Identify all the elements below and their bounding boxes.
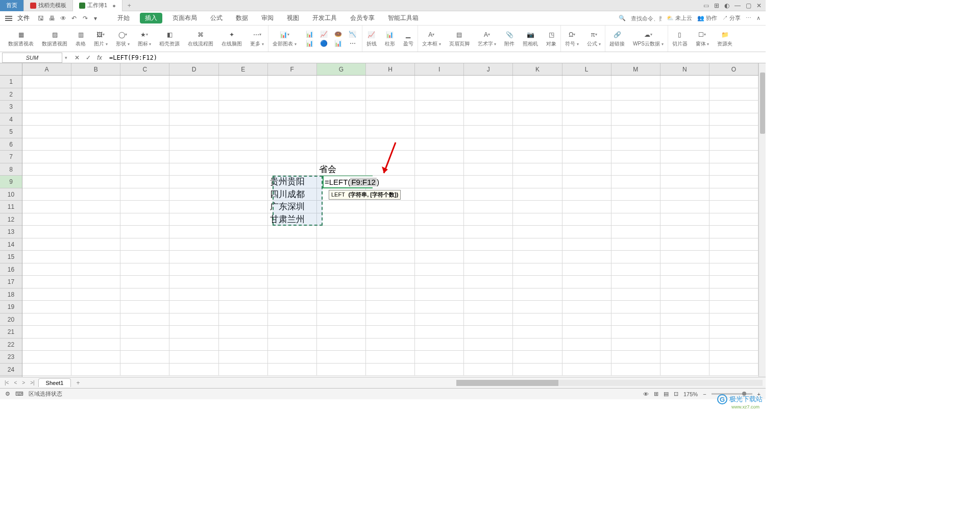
collapse-ribbon-icon[interactable]: ⋯ [746,15,751,21]
cell-O4[interactable] [709,113,758,126]
cell-N15[interactable] [660,251,709,263]
cell-C18[interactable] [120,288,169,301]
cell-I7[interactable] [415,151,464,163]
cell-F19[interactable] [268,301,317,313]
ribbon-chartset[interactable]: 📊📈🍩📉📊🔵📊⋯ [301,26,362,52]
cell-G12[interactable] [317,213,366,226]
cell-L11[interactable] [562,201,611,213]
cell-G22[interactable] [317,339,366,351]
cell-F6[interactable] [268,138,317,151]
cell-F14[interactable] [268,238,317,251]
cell-O13[interactable] [709,226,758,238]
cell-N21[interactable] [660,326,709,339]
cell-C1[interactable] [120,76,169,88]
cell-I3[interactable] [415,101,464,113]
sheet-nav-last-icon[interactable]: >| [29,380,36,385]
ribbon-hyperlink[interactable]: 🔗超链接 [605,26,629,52]
cell-D13[interactable] [169,226,218,238]
ribbon-attach[interactable]: 📎附件 [500,26,519,52]
cell-O11[interactable] [709,201,758,213]
cell-C10[interactable] [120,188,169,201]
cell-J15[interactable] [464,251,513,263]
view-eye-icon[interactable]: 👁 [643,391,649,397]
col-header-M[interactable]: M [611,63,660,75]
cell-O21[interactable] [709,326,758,339]
cell-J13[interactable] [464,226,513,238]
cell-K21[interactable] [513,326,562,339]
cell-G13[interactable] [317,226,366,238]
tab-insert[interactable]: 插入 [140,13,162,23]
ribbon-pivot[interactable]: ▦数据透视表 [4,26,38,52]
cell-D3[interactable] [169,101,218,113]
cloud-status[interactable]: ⛅ 未上云 [667,14,692,22]
cell-F9[interactable]: 贵州贵阳 [268,176,317,188]
cell-J5[interactable] [464,126,513,138]
cell-K23[interactable] [513,351,562,364]
cell-O17[interactable] [709,276,758,288]
cell-E9[interactable] [219,176,268,188]
cell-E23[interactable] [219,351,268,364]
cell-H1[interactable] [366,76,415,88]
ribbon-more[interactable]: ⋯▾更多 ▾ [246,26,268,52]
cell-A20[interactable] [22,313,71,326]
cell-L5[interactable] [562,126,611,138]
cell-N18[interactable] [660,288,709,301]
cell-J12[interactable] [464,213,513,226]
cell-L3[interactable] [562,101,611,113]
cell-E13[interactable] [219,226,268,238]
cell-M8[interactable] [611,163,660,176]
cell-D11[interactable] [169,201,218,213]
cell-D22[interactable] [169,339,218,351]
tab-view[interactable]: 视图 [284,13,302,23]
name-box[interactable]: SUM [2,53,62,63]
accept-formula-icon[interactable]: ✓ [85,54,92,61]
row-header-9[interactable]: 9 [0,176,22,188]
grid-icon[interactable]: ⊞ [714,2,719,9]
cell-C20[interactable] [120,313,169,326]
cell-F8[interactable] [268,163,317,176]
col-header-G[interactable]: G [317,63,366,75]
cell-L2[interactable] [562,88,611,101]
cell-F2[interactable] [268,88,317,101]
cell-E5[interactable] [219,126,268,138]
col-header-H[interactable]: H [366,63,415,75]
ribbon-folder[interactable]: 📁资源夹 [713,26,737,52]
cell-H12[interactable] [366,213,415,226]
cell-I12[interactable] [415,213,464,226]
cell-I1[interactable] [415,76,464,88]
cell-J23[interactable] [464,351,513,364]
cell-A18[interactable] [22,288,71,301]
cell-D10[interactable] [169,188,218,201]
cell-J9[interactable] [464,176,513,188]
qat-drop-icon[interactable]: ▾ [94,15,101,22]
cell-L21[interactable] [562,326,611,339]
col-header-O[interactable]: O [709,63,758,75]
cell-I2[interactable] [415,88,464,101]
cell-D7[interactable] [169,151,218,163]
preview-icon[interactable]: 👁 [60,15,67,22]
row-header-20[interactable]: 20 [0,313,22,326]
cell-K2[interactable] [513,88,562,101]
cell-C15[interactable] [120,251,169,263]
cell-K4[interactable] [513,113,562,126]
cell-N6[interactable] [660,138,709,151]
cell-M12[interactable] [611,213,660,226]
cell-O10[interactable] [709,188,758,201]
cell-D2[interactable] [169,88,218,101]
cell-B19[interactable] [71,301,120,313]
cell-D17[interactable] [169,276,218,288]
cell-G17[interactable] [317,276,366,288]
tab-data[interactable]: 数据 [233,13,251,23]
cell-K18[interactable] [513,288,562,301]
cell-E14[interactable] [219,238,268,251]
cell-B11[interactable] [71,201,120,213]
cell-F4[interactable] [268,113,317,126]
cell-C8[interactable] [120,163,169,176]
cell-M4[interactable] [611,113,660,126]
col-header-D[interactable]: D [169,63,218,75]
cell-A3[interactable] [22,101,71,113]
cell-J2[interactable] [464,88,513,101]
ribbon-resource[interactable]: ◧稻壳资源 [155,26,184,52]
cell-G7[interactable] [317,151,366,163]
ribbon-textbox[interactable]: A▾文本框 ▾ [418,26,445,52]
